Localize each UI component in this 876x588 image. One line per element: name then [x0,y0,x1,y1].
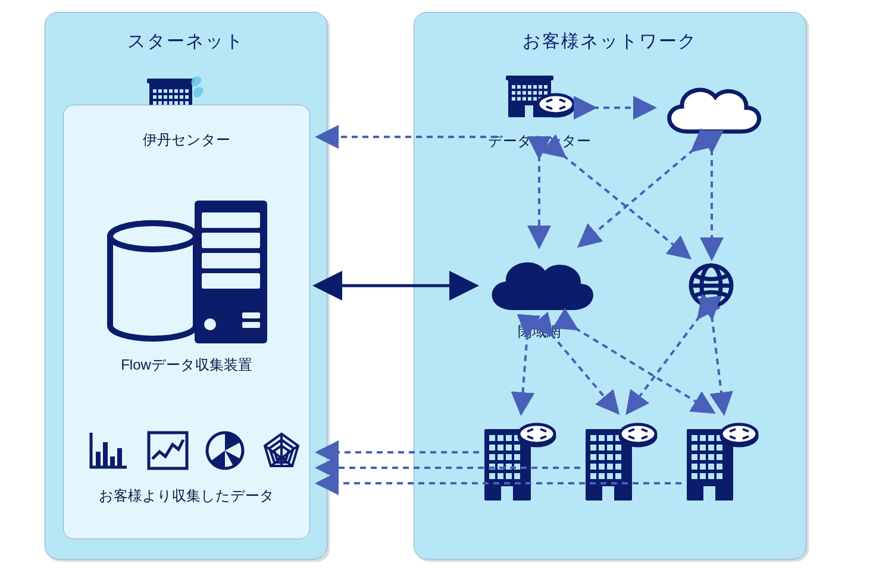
svg-rect-15 [185,95,189,99]
svg-rect-8 [185,89,189,93]
svg-line-152 [521,334,527,411]
svg-point-33 [110,223,196,249]
svg-rect-25 [202,212,260,228]
svg-rect-35 [103,442,108,466]
starnet-title: スターネット [45,29,327,54]
svg-rect-7 [180,89,183,93]
svg-point-29 [204,318,216,330]
svg-rect-9 [153,95,157,99]
svg-rect-36 [110,456,115,466]
svg-rect-5 [169,89,173,93]
svg-rect-4 [164,89,167,93]
svg-rect-37 [117,448,122,466]
svg-rect-1 [147,79,195,83]
svg-rect-30 [242,312,260,318]
svg-rect-13 [174,95,178,99]
starnet-inner-panel: 伊丹センター [63,105,310,539]
chart-icons-row [87,427,302,474]
svg-rect-3 [158,89,162,93]
svg-rect-11 [164,95,167,99]
svg-line-156 [712,316,724,411]
diagram-stage: スターネット 伊丹センター [45,12,806,559]
svg-rect-28 [202,273,260,289]
bar-chart-icon [87,430,130,471]
svg-rect-6 [174,89,178,93]
svg-line-153 [551,334,617,411]
svg-rect-26 [202,233,260,248]
svg-rect-14 [180,95,183,99]
itami-center-label: 伊丹センター [64,130,309,149]
flow-collector-icon [105,195,272,349]
svg-line-154 [575,328,712,411]
customer-network-panel: お客様ネットワーク データセンター [414,12,806,559]
svg-rect-2 [153,89,157,93]
starnet-panel: スターネット 伊丹センター [45,12,327,559]
svg-rect-27 [202,253,260,268]
svg-rect-31 [242,322,260,328]
line-chart-icon [146,430,189,471]
svg-rect-12 [169,95,173,99]
svg-rect-10 [158,95,162,99]
radar-chart-icon [261,430,302,471]
flow-collector-label: Flowデータ収集装置 [64,355,309,374]
collected-data-label: お客様より収集したデータ [64,486,309,505]
right-panel-arrows [414,12,807,560]
svg-rect-34 [96,452,101,466]
pie-chart-icon [205,430,245,471]
svg-line-150 [581,149,694,245]
